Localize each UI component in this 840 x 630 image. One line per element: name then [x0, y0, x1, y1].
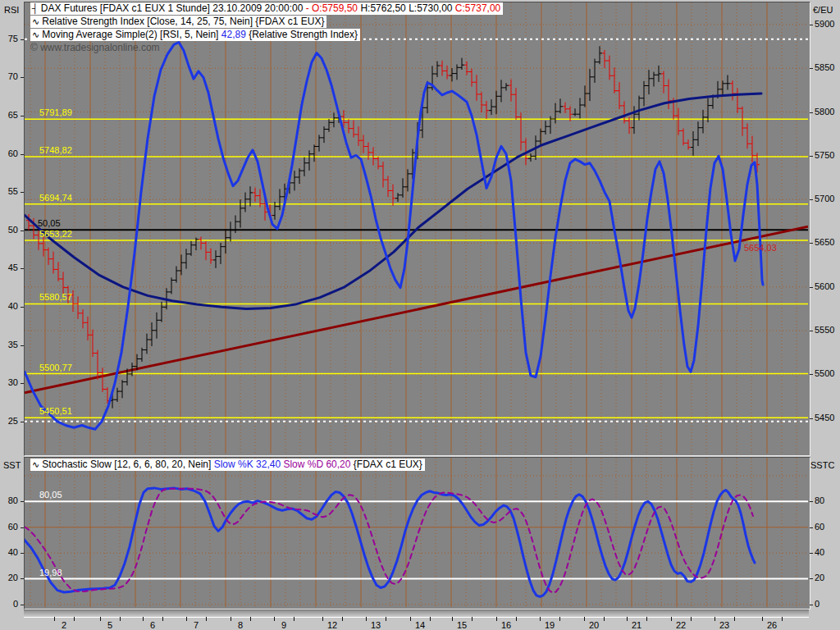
rsi-tick-label: 60	[0, 148, 18, 158]
price-bar-up	[632, 106, 637, 134]
rsi-tick-label: 70	[0, 71, 18, 81]
price-bar-up	[248, 186, 253, 206]
date-label: 2	[53, 620, 75, 630]
rsi-tick-label: 65	[0, 110, 18, 120]
price-bar-down	[376, 157, 381, 170]
price-bar-down	[346, 119, 351, 133]
price-bar-up	[651, 72, 656, 87]
price-bar-up	[725, 75, 730, 90]
price-bar-down	[95, 350, 100, 380]
price-bar-up	[115, 388, 120, 402]
price-tick-label: 5550	[815, 325, 834, 335]
price-bar-up	[243, 193, 248, 212]
price-bar-down	[208, 249, 213, 264]
date-label: 6	[142, 620, 163, 630]
price-bar-down	[66, 285, 71, 303]
date-label: 12	[322, 620, 343, 630]
price-bar-up	[223, 229, 228, 253]
price-tick-label: 5600	[815, 281, 834, 291]
price-bar-down	[469, 69, 474, 87]
price-tick-label: 5850	[815, 62, 834, 72]
price-bar-up	[504, 83, 509, 90]
price-bar-down	[386, 176, 390, 197]
price-bar-down	[351, 121, 356, 138]
price-bar-up	[154, 313, 159, 339]
price-bar-up	[558, 98, 563, 113]
stochastic-chart-panel[interactable]	[24, 457, 810, 609]
price-bar-up	[228, 221, 233, 241]
price-bar-down	[51, 252, 56, 274]
trendline	[25, 226, 808, 393]
price-bar-up	[592, 59, 597, 83]
price-bar-down	[75, 296, 80, 318]
price-bar-up	[543, 121, 548, 135]
price-bar-up	[696, 121, 701, 146]
price-bar-up	[292, 171, 297, 190]
rsi-tick-label: 50	[0, 225, 18, 235]
stoch-tick-label: 80	[0, 495, 18, 505]
main-chart-panel[interactable]	[24, 2, 810, 456]
price-tick-label: 5650	[815, 237, 834, 247]
price-bar-up	[400, 178, 405, 198]
price-bar-down	[100, 368, 105, 392]
price-bar-up	[144, 334, 149, 354]
price-bar-down	[203, 241, 208, 260]
price-bar-down	[518, 112, 523, 150]
rsi-tick-label: 40	[0, 301, 18, 311]
price-bar-up	[322, 126, 326, 143]
price-bar-down	[61, 272, 66, 294]
price-bar-down	[479, 92, 484, 112]
price-bar-down	[686, 139, 691, 150]
price-bar-down	[90, 330, 95, 358]
date-label: 9	[273, 620, 294, 630]
rsi-tick-label: 55	[0, 186, 18, 196]
stoch-tick-label-right: 20	[815, 573, 824, 582]
stoch-tick-label: 0	[0, 599, 18, 609]
date-label: 13	[365, 620, 386, 630]
date-label: 8	[230, 620, 251, 630]
time-axis-bar[interactable]	[24, 609, 809, 618]
price-tick-label: 5500	[815, 368, 834, 378]
price-bar-up	[641, 81, 646, 106]
date-label: 19	[539, 620, 560, 630]
price-bar-down	[740, 107, 745, 136]
price-bar-down	[484, 101, 489, 119]
price-bar-up	[499, 80, 504, 102]
rsi-tick-label: 30	[0, 377, 18, 387]
price-bar-up	[120, 380, 125, 398]
price-bar-up	[450, 68, 454, 81]
price-bar-down	[445, 66, 450, 80]
stoch-grid	[25, 458, 808, 607]
price-bar-up	[184, 249, 189, 268]
price-bar-down	[602, 50, 607, 68]
price-bar-up	[578, 98, 582, 118]
price-tick-label: 5900	[815, 19, 834, 29]
price-bar-up	[213, 250, 218, 268]
stochastic-chart-svg[interactable]	[25, 458, 808, 607]
price-bar-down	[85, 317, 90, 340]
price-bar-up	[179, 254, 184, 275]
price-bar-down	[681, 129, 686, 146]
price-bar-up	[494, 91, 499, 115]
price-bar-up	[159, 302, 164, 322]
price-bar-down	[474, 75, 479, 101]
price-tick-label: 5700	[815, 194, 834, 203]
main-chart-svg[interactable]	[25, 2, 808, 454]
price-bar-down	[440, 61, 445, 76]
rsi-tick-label: 45	[0, 262, 18, 272]
rsi-tick-label: 25	[0, 416, 18, 426]
price-bar-down	[612, 67, 617, 94]
price-bar-up	[459, 58, 464, 70]
price-bar-up	[528, 153, 533, 162]
price-bar-down	[71, 290, 75, 312]
price-tick-label: 5450	[815, 413, 834, 422]
price-bar-up	[139, 348, 144, 362]
price-bar-down	[750, 136, 755, 162]
rsi-tick-label: 35	[0, 340, 18, 349]
price-bar-down	[46, 248, 51, 265]
price-bar-down	[607, 56, 612, 80]
price-bar-down	[253, 188, 258, 202]
sst-axis-title: SST	[3, 460, 21, 470]
date-label: 14	[409, 620, 431, 630]
slow-k-line	[25, 488, 755, 597]
